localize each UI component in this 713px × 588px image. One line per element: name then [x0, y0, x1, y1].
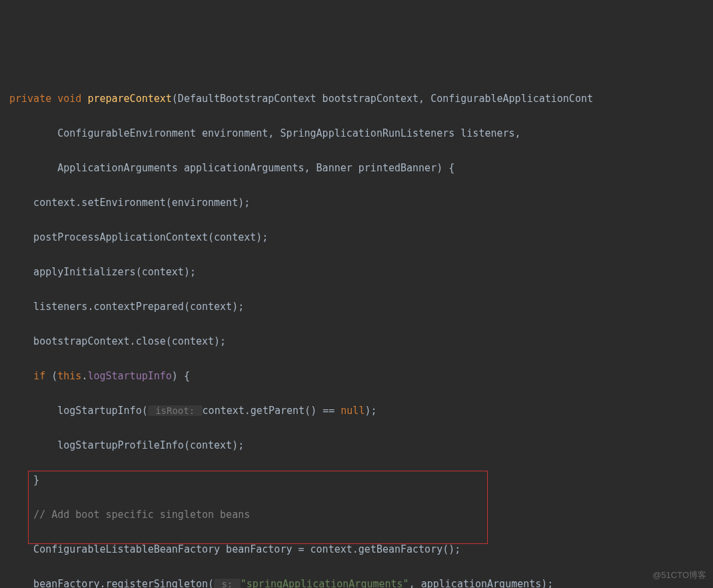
code-line: ConfigurableEnvironment environment, Spr… — [0, 125, 713, 142]
code-line: logStartupInfo( isRoot: context.getParen… — [0, 402, 713, 419]
param-hint: isRoot: — [148, 405, 203, 416]
code-line: listeners.contextPrepared(context); — [0, 298, 713, 315]
code-line: context.setEnvironment(environment); — [0, 194, 713, 211]
code-line: logStartupProfileInfo(context); — [0, 437, 713, 454]
watermark: @51CTO博客 — [652, 567, 706, 584]
code-line: applyInitializers(context); — [0, 263, 713, 281]
code-line: beanFactory.registerSingleton( s: "sprin… — [0, 575, 713, 588]
code-line: // Add boot specific singleton beans — [0, 506, 713, 523]
code-line: ApplicationArguments applicationArgument… — [0, 159, 713, 177]
code-line: ConfigurableListableBeanFactory beanFact… — [0, 541, 713, 558]
code-line: private void prepareContext(DefaultBoots… — [0, 90, 713, 107]
code-line: if (this.logStartupInfo) { — [0, 367, 713, 385]
param-hint: s: — [214, 579, 241, 588]
code-line: } — [0, 471, 713, 489]
code-editor[interactable]: private void prepareContext(DefaultBoots… — [0, 73, 713, 588]
code-line: postProcessApplicationContext(context); — [0, 229, 713, 246]
code-line: bootstrapContext.close(context); — [0, 333, 713, 350]
